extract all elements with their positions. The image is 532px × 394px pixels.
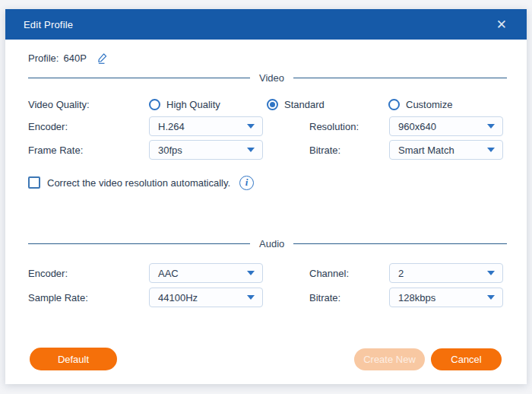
- framerate-bitrate-row: Frame Rate: 30fps Bitrate: Smart Match: [28, 140, 508, 160]
- sample-rate-value: 44100Hz: [158, 292, 198, 303]
- divider-line: [28, 243, 250, 244]
- default-button[interactable]: Default: [30, 348, 117, 370]
- radio-high-quality-label: High Quality: [166, 99, 220, 110]
- resolution-label: Resolution:: [309, 121, 389, 132]
- audio-encoder-value: AAC: [158, 268, 179, 279]
- divider-line: [293, 243, 507, 244]
- radio-circle-selected-icon[interactable]: [267, 99, 278, 110]
- cancel-button[interactable]: Cancel: [431, 348, 502, 370]
- chevron-down-icon: [487, 148, 495, 152]
- video-bitrate-value: Smart Match: [398, 145, 454, 156]
- chevron-down-icon: [487, 271, 495, 275]
- sample-rate-dropdown[interactable]: 44100Hz: [149, 288, 263, 307]
- chevron-down-icon: [247, 295, 255, 300]
- samplerate-bitrate-row: Sample Rate: 44100Hz Bitrate: 128kbps: [28, 288, 508, 307]
- chevron-down-icon: [487, 124, 495, 129]
- profile-label: Profile:: [28, 52, 59, 64]
- frame-rate-dropdown[interactable]: 30fps: [149, 140, 263, 160]
- dialog-footer: Default Create New Cancel: [24, 348, 508, 370]
- chevron-down-icon: [247, 148, 255, 152]
- radio-circle-icon[interactable]: [388, 99, 400, 110]
- radio-standard-label: Standard: [284, 99, 325, 110]
- chevron-down-icon: [247, 124, 255, 129]
- radio-high-quality[interactable]: High Quality: [149, 99, 267, 110]
- radio-circle-icon[interactable]: [149, 99, 160, 110]
- channel-value: 2: [398, 268, 404, 279]
- frame-rate-value: 30fps: [158, 145, 182, 156]
- video-encoder-dropdown[interactable]: H.264: [149, 116, 263, 136]
- channel-label: Channel:: [309, 268, 389, 279]
- audio-encoder-label: Encoder:: [28, 268, 149, 279]
- video-quality-label: Video Quality:: [28, 99, 149, 110]
- video-bitrate-dropdown[interactable]: Smart Match: [389, 140, 503, 160]
- edit-profile-dialog: Edit Profile ✕ Profile: 640P Video: [5, 9, 527, 384]
- video-encoder-label: Encoder:: [28, 121, 149, 132]
- profile-value: 640P: [63, 52, 86, 64]
- correct-resolution-row: Correct the video resolution automatical…: [28, 175, 508, 190]
- video-section-heading: Video: [250, 72, 293, 84]
- audio-bitrate-dropdown[interactable]: 128kbps: [389, 288, 503, 307]
- video-encoder-value: H.264: [158, 121, 185, 132]
- audio-section-divider: Audio: [28, 238, 507, 249]
- divider-line: [293, 78, 507, 78]
- dialog-content: Profile: 640P Video Video Quality:: [5, 49, 527, 393]
- audio-bitrate-value: 128kbps: [398, 292, 435, 303]
- radio-standard[interactable]: Standard: [267, 99, 388, 110]
- video-encoder-resolution-row: Encoder: H.264 Resolution: 960x640: [28, 116, 508, 136]
- frame-rate-label: Frame Rate:: [28, 145, 149, 156]
- video-bitrate-label: Bitrate:: [309, 145, 389, 156]
- correct-resolution-checkbox[interactable]: [28, 176, 40, 189]
- dialog-header: Edit Profile ✕: [5, 9, 527, 40]
- radio-customize-label: Customize: [406, 99, 452, 110]
- channel-dropdown[interactable]: 2: [389, 263, 503, 283]
- correct-resolution-label: Correct the video resolution automatical…: [47, 177, 230, 189]
- info-icon[interactable]: i: [239, 176, 254, 190]
- footer-button-group: Create New Cancel: [354, 348, 502, 370]
- edit-pencil-icon[interactable]: [96, 52, 109, 65]
- screen-background: Edit Profile ✕ Profile: 640P Video: [0, 0, 532, 394]
- sample-rate-label: Sample Rate:: [28, 292, 149, 303]
- radio-customize[interactable]: Customize: [388, 99, 452, 110]
- chevron-down-icon: [247, 271, 255, 275]
- audio-bitrate-label: Bitrate:: [309, 292, 389, 303]
- video-quality-row: Video Quality: High Quality Standard Cus…: [28, 97, 508, 112]
- audio-section-heading: Audio: [250, 238, 293, 249]
- create-new-button[interactable]: Create New: [354, 348, 425, 370]
- video-section-divider: Video: [28, 72, 507, 83]
- resolution-dropdown[interactable]: 960x640: [389, 116, 503, 136]
- divider-line: [28, 78, 250, 78]
- resolution-value: 960x640: [398, 121, 436, 132]
- audio-encoder-dropdown[interactable]: AAC: [149, 263, 263, 283]
- dialog-title: Edit Profile: [24, 19, 73, 30]
- profile-row: Profile: 640P: [28, 49, 508, 67]
- audio-encoder-channel-row: Encoder: AAC Channel: 2: [28, 263, 508, 283]
- chevron-down-icon: [487, 295, 495, 300]
- close-icon[interactable]: ✕: [493, 17, 510, 33]
